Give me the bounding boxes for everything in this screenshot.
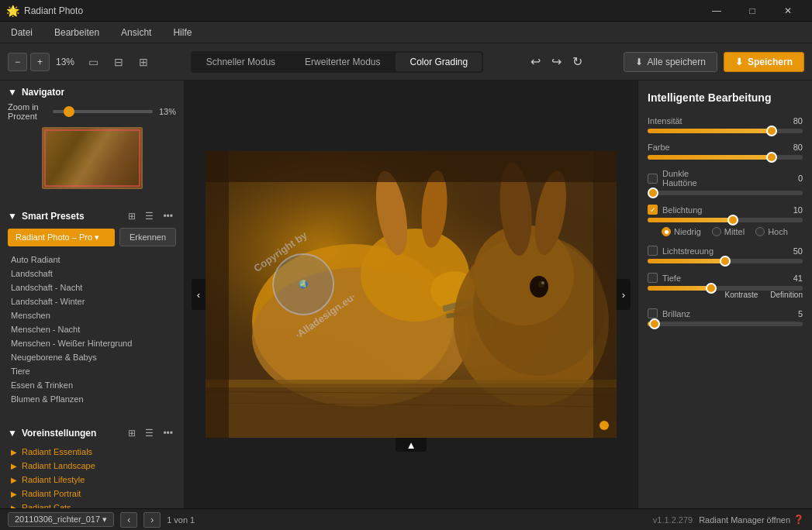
list-item[interactable]: Essen & Trinken (8, 378, 176, 392)
list-item[interactable]: Landschaft - Nacht (8, 280, 176, 294)
menu-hilfe[interactable]: Hilfe (168, 26, 196, 40)
list-item[interactable]: Landschaft - Winter (8, 294, 176, 308)
belichtung-checkbox-row: Belichtung 10 (648, 205, 803, 215)
dunkle-checkbox[interactable] (648, 174, 658, 184)
list-item[interactable]: Landschaft (8, 267, 176, 280)
list-item[interactable]: ▶ Radiant Lifestyle (8, 473, 176, 487)
intensitat-fill (648, 129, 772, 133)
mode-erweitert[interactable]: Erweiterter Modus (291, 53, 394, 71)
list-item[interactable]: ▶ Radiant Cats (8, 501, 176, 508)
prev-file-button[interactable]: ‹ (120, 512, 137, 528)
belichtung-slider[interactable] (648, 218, 803, 222)
licht-slider[interactable] (648, 259, 803, 263)
mode-color-grading[interactable]: Color Grading (396, 53, 482, 71)
control-tiefe: Tiefe 41 Kontraste Definition (648, 273, 803, 299)
svg-point-16 (530, 276, 548, 298)
tiefe-value: 41 (784, 274, 803, 283)
radio-niedrig[interactable]: Niedrig (662, 227, 701, 236)
list-item[interactable]: Menschen (8, 308, 176, 322)
next-file-button[interactable]: › (143, 512, 161, 528)
save-all-button[interactable]: ⬇ Alle speichern (624, 52, 717, 72)
grid-view-btn[interactable]: ⊞ (125, 209, 139, 223)
zoom-slider[interactable] (53, 110, 153, 113)
dunkle-thumb[interactable] (648, 188, 658, 198)
manager-link[interactable]: Radiant Manager öffnen ❓ (699, 515, 804, 525)
list-item[interactable]: ▶ Radiant Essentials (8, 445, 176, 459)
radio-mittel[interactable]: Mittel (712, 227, 745, 236)
vorein-label: Radiant Essentials (22, 447, 92, 456)
list-item[interactable]: Menschen - Weißer Hintergrund (8, 336, 176, 350)
mode-schnell[interactable]: Schneller Modus (192, 53, 289, 71)
tiefe-fill (648, 286, 711, 291)
erkennen-button[interactable]: Erkennen (119, 228, 176, 246)
center-area: Copyright by 🌍 ·Alladesign.eu· ‹ › ▲ (185, 81, 638, 508)
more-btn[interactable]: ••• (160, 209, 176, 223)
version-info: v1.1.2.279 (653, 515, 693, 525)
licht-value: 50 (784, 246, 803, 256)
menubar: Datei Bearbeiten Ansicht Hilfe (0, 22, 812, 43)
brillanz-slider[interactable] (648, 322, 803, 326)
belichtung-checkbox[interactable] (648, 205, 658, 215)
list-item[interactable]: Neugeborene & Babys (8, 350, 176, 364)
photo-prev-button[interactable]: ‹ (192, 279, 206, 310)
zoom-group: − + 13% (8, 53, 78, 71)
control-farbe-row: Farbe 80 (648, 143, 803, 152)
save-button[interactable]: ⬇ Speichern (724, 52, 804, 72)
minimize-button[interactable]: — (699, 0, 734, 22)
redo-button[interactable]: ↪ (548, 51, 565, 72)
photo-collapse-button[interactable]: ▲ (396, 438, 427, 452)
smart-presets-header[interactable]: ▼ Smart Presets ⊞ ☰ ••• (0, 203, 184, 228)
licht-thumb[interactable] (720, 256, 731, 267)
view-split-button[interactable]: ⊟ (109, 53, 128, 71)
belichtung-thumb[interactable] (727, 215, 738, 225)
view-single-button[interactable]: ▭ (84, 53, 103, 71)
tiefe-checkbox[interactable] (648, 273, 658, 283)
tiefe-slider[interactable] (648, 286, 803, 291)
close-button[interactable]: ✕ (770, 0, 806, 22)
menu-ansicht[interactable]: Ansicht (116, 26, 156, 40)
file-selector[interactable]: 20110306_richter_017 ▾ (8, 512, 114, 527)
licht-checkbox[interactable] (648, 246, 658, 256)
radio-hoch[interactable]: Hoch (755, 227, 788, 236)
vor-more-btn[interactable]: ••• (160, 426, 176, 440)
list-item[interactable]: Auto Radiant (8, 253, 176, 267)
brillanz-thumb[interactable] (649, 318, 660, 329)
farbe-value: 80 (784, 143, 803, 152)
list-view-btn[interactable]: ☰ (142, 209, 157, 223)
intensitat-slider[interactable] (648, 129, 803, 133)
undo-button[interactable]: ↩ (527, 51, 544, 72)
right-panel-title: Intelligente Bearbeitung (648, 91, 803, 104)
vor-grid-btn[interactable]: ⊞ (125, 426, 139, 440)
list-item[interactable]: Blumen & Pflanzen (8, 392, 176, 406)
preset-dropdown[interactable]: Radiant Photo – Pro ▾ (8, 229, 115, 246)
maximize-button[interactable]: □ (734, 0, 770, 22)
farbe-slider[interactable] (648, 155, 803, 160)
preset-selected: Radiant Photo – Pro (16, 232, 92, 242)
view-grid-button[interactable]: ⊞ (134, 53, 153, 71)
navigator-header[interactable]: ▼ Navigator (0, 81, 184, 102)
farbe-thumb[interactable] (766, 152, 777, 163)
licht-fill (648, 259, 725, 263)
brillanz-checkbox-row: Brillanz 5 (648, 308, 803, 318)
menu-bearbeiten[interactable]: Bearbeiten (50, 26, 104, 40)
intensitat-thumb[interactable] (766, 126, 777, 136)
zoom-minus-button[interactable]: − (8, 53, 27, 71)
control-brillanz: Brillanz 5 (648, 308, 803, 326)
vor-list-btn[interactable]: ☰ (142, 426, 157, 440)
tiefe-sub-labels: Kontraste Definition (648, 291, 803, 299)
list-item[interactable]: Menschen - Nacht (8, 322, 176, 336)
list-item[interactable]: Tiere (8, 364, 176, 378)
voreinstellungen-header[interactable]: ▼ Voreinstellungen ⊞ ☰ ••• (0, 420, 184, 445)
dunkle-slider[interactable] (648, 191, 803, 195)
photo-next-button[interactable]: › (617, 279, 631, 310)
list-item[interactable]: ▶ Radiant Landscape (8, 459, 176, 473)
refresh-button[interactable]: ↻ (569, 51, 586, 72)
menu-datei[interactable]: Datei (6, 26, 37, 40)
brillanz-checkbox[interactable] (648, 308, 658, 318)
vorein-label: Radiant Portrait (22, 489, 81, 498)
save-all-icon: ⬇ (635, 57, 643, 67)
zoom-plus-button[interactable]: + (30, 53, 50, 71)
nav-buttons: ↩ ↪ ↻ (527, 51, 586, 72)
tiefe-thumb[interactable] (706, 283, 717, 294)
list-item[interactable]: ▶ Radiant Portrait (8, 487, 176, 501)
